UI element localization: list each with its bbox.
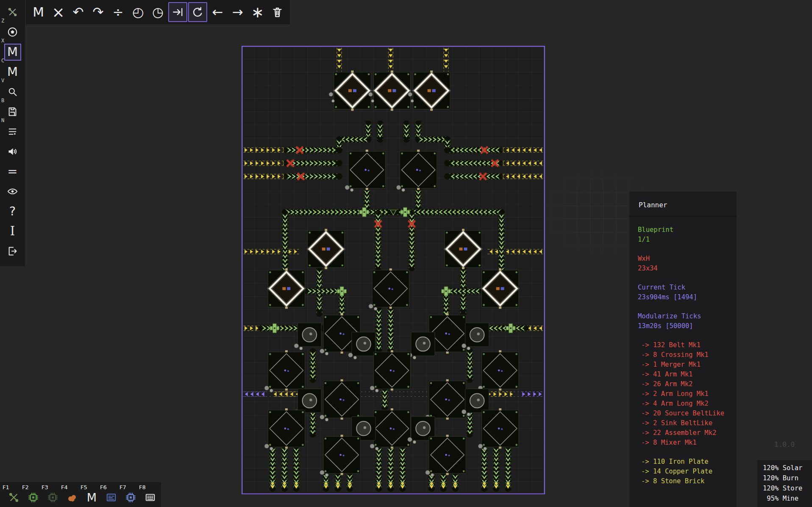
planner-component-line: -> 22 Assembler Mk2 [638, 428, 728, 438]
letter-m: M [4, 44, 21, 61]
planner-current-tick-label: Current Tick [638, 283, 728, 292]
sidebar-item-module-alt-tool[interactable]: MV [0, 62, 25, 82]
sidebar-item-ball-tool[interactable]: X [0, 22, 25, 42]
hotbar-slot-label: F1 [3, 484, 9, 490]
rotate-ccw-button[interactable]: ↶ [69, 2, 88, 22]
loop-run-button[interactable] [188, 2, 207, 22]
sidebar-item-sound-toggle[interactable] [0, 142, 25, 162]
stat-line: 120% Solar [763, 463, 812, 473]
hotbar-slot-f2[interactable]: F2 [21, 483, 41, 507]
sidebar-item-harvest-tool[interactable]: Z [0, 2, 25, 22]
tick-forward-button[interactable]: ◷ [148, 2, 167, 22]
sidebar-item-list-tool[interactable] [0, 122, 25, 142]
hotbar-slot-f4[interactable]: F4 [60, 483, 80, 507]
i-icon: I [10, 225, 15, 237]
planner-body: Blueprint 1/1 WxH 23x34 Current Tick 23s… [629, 217, 737, 495]
planner-component-list: -> 132 Belt Mk1-> 8 Crossing Mk1-> 1 Mer… [638, 340, 728, 448]
keys-icon [144, 491, 157, 504]
chip-icon [46, 491, 59, 504]
module-tool-button[interactable]: M [29, 2, 48, 22]
planner-material-line: -> 14 Copper Plate [638, 467, 728, 476]
blueprint-canvas[interactable] [242, 46, 545, 495]
planner-component-line: -> 2 Sink BeltLike [638, 418, 728, 428]
planner-current-tick-value: 23s904ms [1494] [638, 292, 728, 302]
chip-icon [124, 491, 137, 504]
globe-icon [7, 26, 18, 38]
sidebar-item-exit-button[interactable] [0, 241, 25, 261]
redo-button-glyph: → [232, 6, 243, 19]
divide-button-glyph: ÷ [113, 6, 124, 19]
hotbar-slot-label: F3 [42, 484, 48, 490]
top-toolbar: M×↶↷÷◴◷←→∗ [26, 0, 290, 24]
planner-blueprint-value: 1/1 [638, 235, 728, 245]
planner-component-line: -> 2 Arm Long Mk1 [638, 389, 728, 399]
sidebar-item-save-tool[interactable]: N [0, 102, 25, 122]
hotbar-slot-f6[interactable]: F6 [99, 483, 119, 507]
globe-icon [4, 24, 21, 41]
trash-icon [271, 6, 284, 19]
keys-icon [144, 491, 156, 504]
sidebar-item-module-tool[interactable]: MC [0, 42, 25, 62]
tick-back-button[interactable]: ◴ [128, 2, 147, 22]
planner-component-line: -> 1 Merger Mk1 [638, 360, 728, 370]
stat-line: 120% Burn [763, 473, 812, 483]
rotate-cw-button[interactable]: ↷ [89, 2, 108, 22]
planner-material-line: -> 110 Iron Plate [638, 457, 728, 467]
planner-component-line: -> 26 Arm Mk2 [638, 379, 728, 389]
planner-component-line: -> 8 Crossing Mk1 [638, 350, 728, 360]
new-blueprint-button-glyph: ∗ [251, 5, 264, 20]
tick-forward-button-glyph: ◷ [152, 6, 164, 19]
sidebar-item-equals-tool[interactable]: = [0, 162, 25, 181]
planner-modularize-label: Modularize Ticks [638, 312, 728, 321]
list-icon [4, 123, 21, 140]
planner-component-line: -> 132 Belt Mk1 [638, 340, 728, 350]
board-icon [105, 491, 117, 504]
redo-button[interactable]: → [228, 2, 247, 22]
speaker-icon [4, 143, 21, 160]
sidebar-item-inspect-tool[interactable]: B [0, 82, 25, 102]
exit-icon [7, 245, 18, 257]
hotkey-label: Z [1, 18, 4, 24]
sidebar-item-info-button[interactable]: I [0, 221, 25, 241]
board-icon [105, 491, 118, 504]
question-icon: ? [9, 205, 16, 217]
hotbar-slot-label: F7 [120, 484, 126, 490]
performance-stats: 120% Solar120% Burn120% Store 95% Mine [757, 460, 812, 507]
hotbar: F1F2F3F4F5MF6F7F8 [0, 482, 161, 507]
chip-icon [125, 491, 137, 504]
rotate-arc-icon [191, 6, 204, 19]
divide-button[interactable]: ÷ [108, 2, 128, 22]
planner-material-list: -> 110 Iron Plate-> 14 Copper Plate-> 8 … [638, 457, 728, 486]
left-sidebar: ZXMCMVBN=?I [0, 0, 25, 266]
hotbar-slot-f7[interactable]: F7 [119, 483, 138, 507]
hotbar-slot-f1[interactable]: F1 [2, 483, 21, 507]
hotbar-slot-label: F4 [61, 484, 68, 490]
stat-line: 120% Store [763, 483, 812, 493]
run-to-end-button[interactable] [168, 2, 187, 22]
hotbar-slot-f5[interactable]: F5M [80, 483, 99, 507]
planner-component-line: -> 20 Source BeltLike [638, 409, 728, 418]
sidebar-item-visibility-toggle[interactable] [0, 181, 25, 201]
planner-modularize-value: 13m20s [50000] [638, 321, 728, 331]
chip-icon [47, 491, 59, 504]
sidebar-item-help-button[interactable]: ? [0, 201, 25, 221]
undo-button[interactable]: ← [208, 2, 227, 22]
letter-m: M [4, 64, 21, 81]
hotkey-label: B [1, 98, 4, 103]
new-blueprint-button[interactable]: ∗ [248, 2, 267, 22]
planner-panel: Planner Blueprint 1/1 WxH 23x34 Current … [629, 192, 737, 507]
eye-icon [7, 186, 18, 197]
planner-size-label: WxH [638, 254, 728, 264]
delete-tool-button[interactable]: × [49, 2, 68, 22]
module-tool-button-glyph: M [33, 6, 44, 19]
arrow-bar-icon [171, 6, 184, 19]
equals-icon: = [7, 165, 17, 178]
hotkey-label: X [1, 38, 4, 44]
stat-line: 95% Mine [763, 493, 812, 504]
letter-m: M [7, 66, 18, 78]
hotbar-slot-f8[interactable]: F8 [138, 483, 158, 507]
trash-button[interactable] [268, 2, 287, 22]
hotbar-slot-f3[interactable]: F3 [41, 483, 60, 507]
i-icon: I [4, 223, 21, 240]
tools-icon [8, 491, 20, 504]
